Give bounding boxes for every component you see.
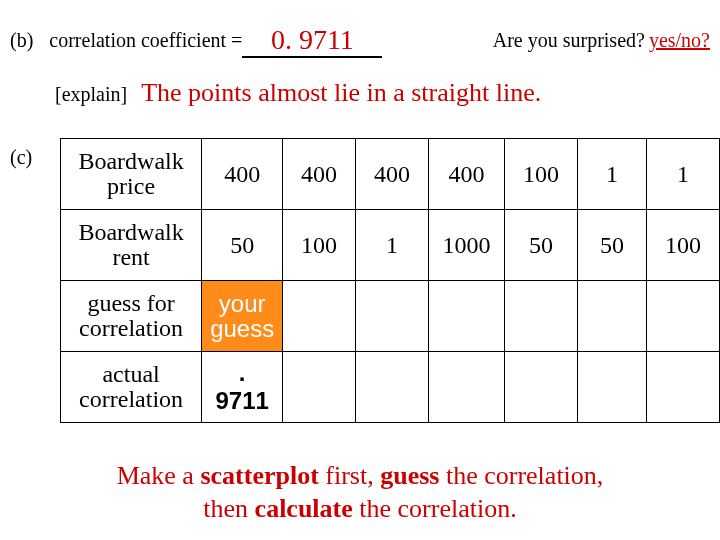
cell-empty (428, 352, 504, 423)
worksheet-page: (b) correlation coefficient = 0. 9711 Ar… (0, 0, 720, 540)
data-table: Boardwalk price 400 400 400 400 100 1 1 … (60, 138, 720, 423)
cell: 400 (283, 139, 356, 210)
row-head-actual: actual correlation (61, 352, 202, 423)
row-head-rent: Boardwalk rent (61, 210, 202, 281)
part-b-label: (b) (10, 29, 33, 52)
bold-scatterplot: scatterplot (200, 461, 318, 490)
t: Make a (117, 461, 201, 490)
cell: 50 (505, 210, 578, 281)
cell: 1 (356, 210, 429, 281)
cell: 100 (505, 139, 578, 210)
cell: 1000 (428, 210, 504, 281)
explain-text: The points almost lie in a straight line… (141, 78, 541, 107)
part-c-label: (c) (10, 146, 32, 169)
bold-guess: guess (380, 461, 439, 490)
row-guess: guess for correlation your guess (61, 281, 720, 352)
cell-empty (647, 352, 720, 423)
cell-empty (505, 281, 578, 352)
actual-correlation-cell: . 9711 (202, 352, 283, 423)
bold-calculate: calculate (255, 494, 353, 523)
cell-empty (356, 352, 429, 423)
t: the correlation. (353, 494, 517, 523)
row-head-price: Boardwalk price (61, 139, 202, 210)
cell: 100 (647, 210, 720, 281)
explain-label: [explain] (55, 83, 127, 105)
cell-empty (577, 281, 646, 352)
cell-empty (356, 281, 429, 352)
cell: 1 (577, 139, 646, 210)
cell-empty (283, 281, 356, 352)
cell-empty (647, 281, 720, 352)
surprised-label: Are you surprised? (493, 29, 645, 52)
cell: 50 (577, 210, 646, 281)
cell: 400 (356, 139, 429, 210)
cell: 50 (202, 210, 283, 281)
correlation-coefficient-value: 0. 9711 (242, 24, 382, 58)
row-boardwalk-price: Boardwalk price 400 400 400 400 100 1 1 (61, 139, 720, 210)
correlation-coefficient-label: correlation coefficient = (49, 29, 242, 52)
data-table-wrap: Boardwalk price 400 400 400 400 100 1 1 … (60, 138, 720, 423)
part-b-line: (b) correlation coefficient = 0. 9711 Ar… (10, 22, 710, 56)
row-boardwalk-rent: Boardwalk rent 50 100 1 1000 50 50 100 (61, 210, 720, 281)
your-guess-cell: your guess (202, 281, 283, 352)
cell-empty (505, 352, 578, 423)
cell: 1 (647, 139, 720, 210)
t: then (203, 494, 254, 523)
row-head-guess: guess for correlation (61, 281, 202, 352)
surprised-yesno: yes/no? (649, 29, 710, 52)
cell: 100 (283, 210, 356, 281)
cell-empty (283, 352, 356, 423)
cell: 400 (202, 139, 283, 210)
t: the correlation, (439, 461, 603, 490)
cell: 400 (428, 139, 504, 210)
cell-empty (577, 352, 646, 423)
cell-empty (428, 281, 504, 352)
explain-line: [explain] The points almost lie in a str… (55, 78, 541, 108)
t: first, (319, 461, 380, 490)
instruction-text: Make a scatterplot first, guess the corr… (0, 460, 720, 525)
row-actual: actual correlation . 9711 (61, 352, 720, 423)
